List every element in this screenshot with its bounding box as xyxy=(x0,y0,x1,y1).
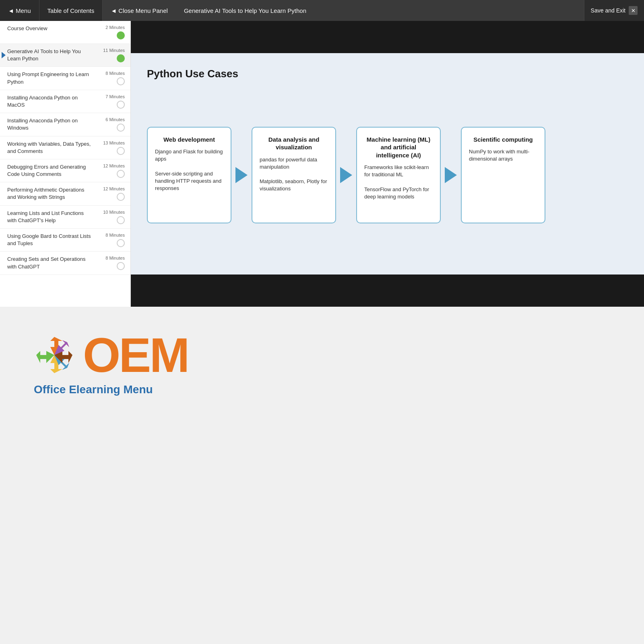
use-case-card-title: Scientific computing xyxy=(469,136,537,144)
sidebar-item-9[interactable]: Learning Lists and List Functions with C… xyxy=(0,206,130,229)
sidebar-item-meta: 12 Minutes xyxy=(95,186,125,201)
use-case-card-body: Django and Flask for building apps Serve… xyxy=(155,148,223,192)
arrow-triangle-icon xyxy=(340,167,352,183)
use-case-card-body: NumPy to work with multi-dimensional arr… xyxy=(469,148,537,163)
use-case-card-4: Scientific computingNumPy to work with m… xyxy=(461,127,545,223)
sidebar-item-7[interactable]: Debugging Errors and Generating Code Usi… xyxy=(0,159,130,182)
close-menu-panel-button[interactable]: ◄ Close Menu Panel xyxy=(103,0,176,21)
oem-name: OEM xyxy=(83,331,188,379)
save-and-exit-button[interactable]: Save and Exit ✕ xyxy=(584,0,644,21)
sidebar-item-meta: 8 Minutes xyxy=(95,233,125,247)
sidebar-item-label: Working with Variables, Data Types, and … xyxy=(7,140,91,155)
sidebar-item-10[interactable]: Using Google Bard to Contrast Lists and … xyxy=(0,229,130,252)
oem-logo-row: OEM xyxy=(32,331,188,379)
menu-label: ◄ Menu xyxy=(8,7,31,14)
sidebar-item-6[interactable]: Working with Variables, Data Types, and … xyxy=(0,136,130,159)
sidebar-item-3[interactable]: Using Prompt Engineering to Learn Python… xyxy=(0,67,130,90)
sidebar-item-minutes: 6 Minutes xyxy=(105,117,125,122)
close-icon[interactable]: ✕ xyxy=(629,6,638,15)
content-area: Python Use Cases Web developmentDjango a… xyxy=(131,21,644,307)
arrow-triangle-icon xyxy=(235,167,248,183)
sidebar-item-meta: 6 Minutes xyxy=(95,117,125,132)
arrow-connector xyxy=(441,167,461,183)
sidebar-item-label: Generative AI Tools to Help You Learn Py… xyxy=(7,48,91,62)
top-navigation: ◄ Menu Table of Contents ◄ Close Menu Pa… xyxy=(0,0,644,21)
use-case-card-title: Data analysis and visualization xyxy=(260,136,328,151)
sidebar-item-meta: 8 Minutes xyxy=(95,71,125,85)
sidebar-item-status xyxy=(117,54,125,62)
sidebar-item-status xyxy=(117,193,125,201)
sidebar-item-label: Installing Anaconda Python on Windows xyxy=(7,117,91,132)
use-case-card-1: Web developmentDjango and Flask for buil… xyxy=(147,127,231,223)
slide-content: Python Use Cases Web developmentDjango a… xyxy=(131,53,644,275)
sidebar-item-label: Using Google Bard to Contrast Lists and … xyxy=(7,233,91,247)
sidebar-item-meta: 12 Minutes xyxy=(95,163,125,178)
content-bottom-bar xyxy=(131,275,644,307)
sidebar-item-meta: 2 Minutes xyxy=(95,25,125,39)
arrow-triangle-icon xyxy=(445,167,457,183)
arrow-connector xyxy=(231,167,252,183)
use-cases-row: Web developmentDjango and Flask for buil… xyxy=(147,90,628,260)
sidebar-item-label: Using Prompt Engineering to Learn Python xyxy=(7,71,91,85)
sidebar-item-status xyxy=(117,124,125,132)
sidebar-item-11[interactable]: Creating Sets and Set Operations with Ch… xyxy=(0,252,130,275)
sidebar-item-label: Creating Sets and Set Operations with Ch… xyxy=(7,256,91,270)
sidebar-item-label: Learning Lists and List Functions with C… xyxy=(7,210,91,224)
sidebar-item-status xyxy=(117,239,125,247)
sidebar-item-minutes: 8 Minutes xyxy=(105,233,125,237)
sidebar-item-label: Debugging Errors and Generating Code Usi… xyxy=(7,163,91,178)
oem-subtitle: Office Elearning Menu xyxy=(34,383,153,396)
sidebar-item-status xyxy=(117,262,125,270)
sidebar-item-minutes: 8 Minutes xyxy=(105,256,125,260)
sidebar-item-minutes: 11 Minutes xyxy=(103,48,125,53)
sidebar-item-minutes: 12 Minutes xyxy=(103,163,125,168)
menu-button[interactable]: ◄ Menu xyxy=(0,0,39,21)
sidebar-item-meta: 8 Minutes xyxy=(95,256,125,270)
use-case-card-2: Data analysis and visualizationpandas fo… xyxy=(252,127,336,223)
sidebar-item-minutes: 12 Minutes xyxy=(103,186,125,191)
use-case-card-body: Frameworks like scikit-learn for traditi… xyxy=(364,164,433,200)
sidebar-item-status xyxy=(117,77,125,85)
sidebar-item-status xyxy=(117,147,125,155)
use-case-card-body: pandas for powerful data manipulation Ma… xyxy=(260,156,328,193)
oem-logo-section: OEM Office Elearning Menu xyxy=(0,307,644,420)
arrow-connector xyxy=(336,167,356,183)
sidebar-item-label: Installing Anaconda Python on MacOS xyxy=(7,94,91,109)
oem-icon xyxy=(32,333,76,377)
sidebar-item-minutes: 8 Minutes xyxy=(105,71,125,76)
sidebar-item-meta: 11 Minutes xyxy=(95,48,125,62)
sidebar-item-status xyxy=(117,101,125,109)
sidebar-item-status xyxy=(117,216,125,224)
course-title: Generative AI Tools to Help You Learn Py… xyxy=(176,0,584,21)
use-case-card-title: Web development xyxy=(155,136,223,144)
slide-title: Python Use Cases xyxy=(147,68,628,80)
use-case-card-3: Machine learning (ML) and artificial int… xyxy=(356,127,441,223)
sidebar-item-1[interactable]: Course Overview2 Minutes xyxy=(0,21,130,44)
sidebar-item-label: Performing Arithmetic Operations and Wor… xyxy=(7,186,91,201)
sidebar-item-4[interactable]: Installing Anaconda Python on MacOS7 Min… xyxy=(0,90,130,113)
sidebar-item-label: Course Overview xyxy=(7,25,91,32)
sidebar-item-2[interactable]: Generative AI Tools to Help You Learn Py… xyxy=(0,44,130,67)
sidebar: Course Overview2 MinutesGenerative AI To… xyxy=(0,21,131,307)
sidebar-item-status xyxy=(117,170,125,178)
sidebar-item-status xyxy=(117,31,125,39)
sidebar-item-minutes: 2 Minutes xyxy=(105,25,125,30)
sidebar-item-5[interactable]: Installing Anaconda Python on Windows6 M… xyxy=(0,113,130,136)
active-indicator xyxy=(2,52,6,58)
sidebar-item-meta: 10 Minutes xyxy=(95,210,125,224)
sidebar-item-minutes: 13 Minutes xyxy=(103,140,125,145)
main-layout: Course Overview2 MinutesGenerative AI To… xyxy=(0,21,644,307)
content-top-bar xyxy=(131,21,644,53)
sidebar-item-meta: 7 Minutes xyxy=(95,94,125,109)
sidebar-item-meta: 13 Minutes xyxy=(95,140,125,155)
use-case-card-title: Machine learning (ML) and artificial int… xyxy=(364,136,433,159)
sidebar-item-minutes: 10 Minutes xyxy=(103,210,125,215)
sidebar-item-8[interactable]: Performing Arithmetic Operations and Wor… xyxy=(0,182,130,205)
sidebar-item-minutes: 7 Minutes xyxy=(105,94,125,99)
table-of-contents-label: Table of Contents xyxy=(39,0,103,21)
